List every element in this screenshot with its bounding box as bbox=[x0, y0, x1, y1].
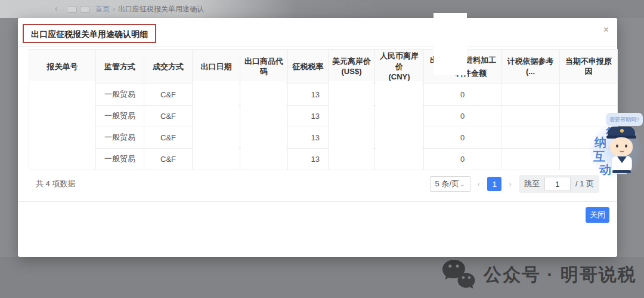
tab-icon bbox=[80, 6, 90, 13]
watermark-text: 公众号 · 明哥说税 bbox=[484, 263, 637, 287]
mascot-speech-bubble: 需要帮助吗? bbox=[606, 113, 643, 126]
col-no-declare-reason: 当期不申报原因 bbox=[560, 50, 618, 84]
declaration-table: 报关单号 监管方式 成交方式 出口日期 出口商品代码 征税税率 美元离岸价(US… bbox=[29, 49, 617, 170]
breadcrumb-current: 出口应征税报关单用途确认 bbox=[118, 5, 204, 13]
col-cny-fob: 人民币离岸价(CNY) bbox=[375, 50, 424, 84]
redaction-box bbox=[376, 81, 422, 164]
table-row: 一般贸易 C&F 13 0 bbox=[29, 127, 618, 148]
breadcrumb-separator-icon: › bbox=[113, 5, 115, 13]
mascot-collar bbox=[617, 156, 627, 163]
confirmation-detail-modal: 出口应征税报关单用途确认明细 × 报关单号 监管方式 成交方式 出口日期 出口商… bbox=[18, 18, 617, 257]
col-export-date: 出口日期 bbox=[193, 50, 240, 84]
col-tax-basis: 计税依据参考(... bbox=[501, 50, 560, 84]
table-row: 一般贸易 C&F 13 0 bbox=[29, 105, 618, 127]
jump-to-page: 跳至 / 1 页 bbox=[519, 175, 599, 193]
table-row: 一般贸易 C&F 13 0 bbox=[29, 84, 618, 105]
jump-label: 跳至 bbox=[524, 179, 540, 189]
col-tax-rate: 征税税率 bbox=[288, 50, 329, 84]
page-1-button[interactable]: 1 bbox=[487, 177, 501, 191]
mascot-face bbox=[610, 137, 633, 156]
jump-page-input[interactable] bbox=[544, 177, 571, 191]
divider bbox=[18, 46, 617, 47]
watermark: 公众号 · 明哥说税 bbox=[441, 259, 637, 290]
mascot-char: 动 bbox=[599, 162, 611, 178]
col-supervision: 监管方式 bbox=[96, 50, 144, 84]
divider bbox=[18, 201, 617, 202]
pagination: 5 条/页 ⌄ ‹ 1 › 跳至 / 1 页 bbox=[430, 175, 599, 193]
mascot-belt bbox=[612, 170, 631, 173]
breadcrumb-home-link[interactable]: 首页 bbox=[95, 5, 110, 13]
col-usd-fob: 美元离岸价(US$) bbox=[329, 50, 375, 84]
total-pages: / 1 页 bbox=[575, 179, 594, 189]
chevron-down-icon: ⌄ bbox=[460, 181, 465, 188]
col-transaction: 成交方式 bbox=[144, 50, 193, 84]
mascot-char: 纳 bbox=[595, 134, 606, 150]
mascot-cap-badge bbox=[620, 129, 624, 133]
next-page-icon[interactable]: › bbox=[509, 180, 512, 188]
back-icon[interactable]: ‹ bbox=[55, 4, 58, 13]
close-button[interactable]: 关闭 bbox=[586, 207, 609, 223]
tax-assistant-mascot[interactable]: 需要帮助吗? 征 纳 互 动 bbox=[587, 110, 644, 177]
breadcrumb: 首页›出口应征税报关单用途确认 bbox=[95, 4, 204, 14]
table-row: 一般贸易 C&F 13 0 bbox=[29, 148, 618, 170]
close-icon[interactable]: × bbox=[603, 25, 609, 35]
redaction-box bbox=[434, 13, 467, 75]
redaction-box bbox=[241, 81, 286, 164]
breadcrumb-bar: ‹ 首页›出口应征税报关单用途确认 bbox=[0, 0, 644, 18]
col-commodity-code: 出口商品代码 bbox=[240, 50, 288, 84]
total-count: 共 4 项数据 bbox=[36, 179, 75, 189]
table-footer: 共 4 项数据 5 条/页 ⌄ ‹ 1 › 跳至 / 1 页 bbox=[36, 174, 599, 193]
redaction-box bbox=[193, 81, 239, 164]
modal-title: 出口应征税报关单用途确认明细 bbox=[23, 24, 156, 43]
table-header-row: 报关单号 监管方式 成交方式 出口日期 出口商品代码 征税税率 美元离岸价(US… bbox=[29, 50, 618, 84]
tab-icon bbox=[67, 6, 77, 13]
mascot-eye bbox=[616, 145, 618, 148]
col-declaration-no: 报关单号 bbox=[29, 50, 96, 84]
redaction-box bbox=[29, 81, 95, 164]
prev-page-icon[interactable]: ‹ bbox=[478, 180, 481, 188]
wechat-icon bbox=[441, 259, 476, 290]
screen: ‹ 首页›出口应征税报关单用途确认 出口应征税报关单用途确认明细 × 报关单号 bbox=[0, 0, 644, 298]
page-size-select[interactable]: 5 条/页 ⌄ bbox=[430, 176, 470, 192]
redaction-box bbox=[329, 81, 373, 164]
mascot-eye bbox=[625, 145, 627, 148]
